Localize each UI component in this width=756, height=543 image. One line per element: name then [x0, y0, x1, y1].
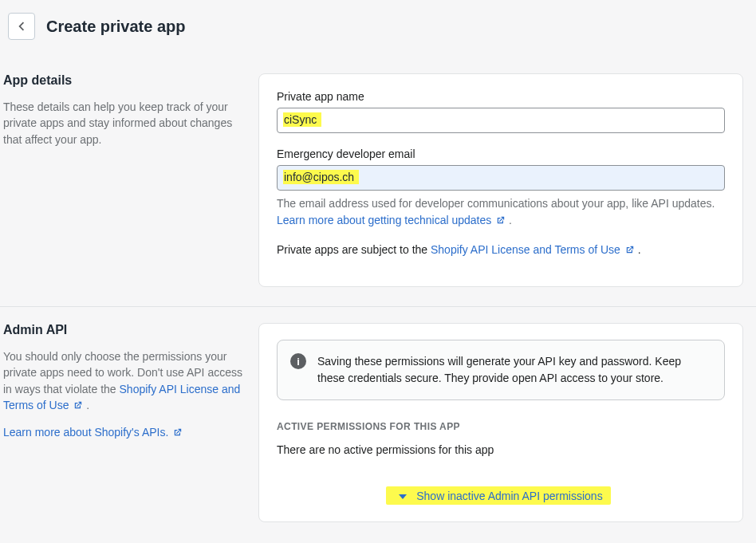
admin-api-side: Admin API You should only choose the per… — [3, 323, 242, 522]
caret-down-icon — [399, 494, 407, 499]
info-banner-text: Saving these permissions will generate y… — [317, 353, 711, 387]
arrow-left-icon — [14, 19, 29, 33]
api-license-link[interactable]: Shopify API License and Terms of Use — [431, 243, 638, 256]
admin-api-description: You should only choose the permissions y… — [3, 348, 242, 413]
learn-technical-updates-link[interactable]: Learn more about getting technical updat… — [277, 214, 509, 226]
show-inactive-link[interactable]: Show inactive Admin API permissions — [416, 490, 602, 502]
active-permissions-empty: There are no active permissions for this… — [277, 443, 725, 456]
app-name-input[interactable] — [277, 108, 725, 133]
developer-email-help: The email address used for developer com… — [277, 195, 725, 229]
external-link-icon — [73, 400, 83, 410]
page-header: Create private app — [0, 0, 756, 57]
developer-email-label: Emergency developer email — [277, 148, 725, 160]
api-license-para: Private apps are subject to the Shopify … — [277, 243, 725, 256]
page-title: Create private app — [46, 18, 186, 36]
learn-shopify-apis-link[interactable]: Learn more about Shopify's APIs. — [3, 426, 183, 439]
admin-api-heading: Admin API — [3, 323, 242, 337]
active-permissions-title: ACTIVE PERMISSIONS FOR THIS APP — [277, 421, 725, 432]
admin-api-card: i Saving these permissions will generate… — [258, 323, 743, 522]
info-icon: i — [290, 353, 306, 369]
show-inactive-row: Show inactive Admin API permissions — [277, 483, 725, 506]
external-link-icon — [496, 215, 506, 225]
app-details-description: These details can help you keep track of… — [3, 99, 242, 148]
back-button[interactable] — [8, 13, 35, 40]
external-link-icon — [173, 427, 183, 437]
app-details-card: Private app name ciSync Emergency develo… — [258, 73, 743, 287]
external-link-icon — [625, 245, 635, 254]
app-name-field: Private app name ciSync — [277, 90, 725, 133]
section-admin-api: Admin API You should only choose the per… — [0, 307, 756, 541]
developer-email-field: Emergency developer email info@cipos.ch … — [277, 148, 725, 256]
developer-email-input[interactable] — [277, 165, 725, 191]
info-banner: i Saving these permissions will generate… — [277, 340, 725, 400]
section-app-details: App details These details can help you k… — [0, 57, 756, 307]
app-details-side: App details These details can help you k… — [3, 73, 242, 287]
app-details-heading: App details — [3, 73, 242, 88]
app-name-label: Private app name — [277, 90, 725, 103]
